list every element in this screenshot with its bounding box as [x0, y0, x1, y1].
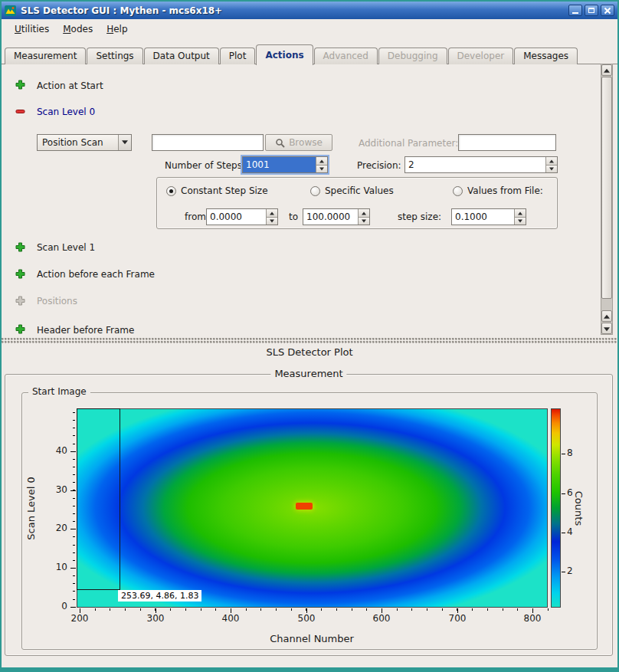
- to-value[interactable]: 100.0000: [303, 209, 358, 225]
- tab-data-output[interactable]: Data Output: [144, 48, 219, 64]
- browse-button-label: Browse: [289, 137, 323, 148]
- y-tick: [70, 568, 76, 569]
- action-before-each-frame-label[interactable]: Action before each Frame: [37, 269, 155, 280]
- to-down-button[interactable]: [359, 218, 369, 225]
- step-size-up-button[interactable]: [515, 209, 526, 218]
- step-size-spinbox[interactable]: 0.1000: [451, 208, 526, 225]
- action-at-start-label[interactable]: Action at Start: [37, 80, 103, 91]
- precision-up-button[interactable]: [546, 157, 557, 166]
- scan-mode-value: Position Scan: [38, 135, 118, 150]
- number-of-steps-value[interactable]: 1001: [243, 157, 316, 172]
- specific-values-label[interactable]: Specific Values: [325, 185, 394, 196]
- scrollbar-up-button[interactable]: [601, 64, 612, 76]
- expand-plus-icon[interactable]: [15, 242, 25, 254]
- scan-mode-combobox[interactable]: Position Scan: [37, 134, 132, 151]
- browse-button: Browse: [265, 134, 332, 151]
- x-axis-minor-ticks: [80, 608, 549, 611]
- window-icon: [5, 5, 16, 16]
- to-spinbox[interactable]: 100.0000: [303, 208, 370, 225]
- zoom-selection-rect[interactable]: [77, 408, 120, 590]
- expand-plus-icon[interactable]: [15, 269, 25, 281]
- scan-level-1-label[interactable]: Scan Level 1: [37, 242, 95, 253]
- values-from-file-radio[interactable]: Values from File:: [453, 185, 543, 196]
- browse-icon: [275, 138, 285, 148]
- y-axis-title: Scan Level 0: [25, 472, 37, 546]
- actions-panel: Action at Start Scan Level 0 Position Sc…: [2, 64, 600, 335]
- tab-measurement[interactable]: Measurement: [5, 48, 86, 64]
- to-up-button[interactable]: [359, 209, 369, 218]
- maximize-button[interactable]: [585, 5, 598, 16]
- tab-settings[interactable]: Settings: [87, 48, 142, 64]
- number-of-steps-buttons: [316, 157, 327, 172]
- titlebar[interactable]: SLS Detector GUI : Mythen - mcs6x18+: [2, 2, 617, 19]
- y-tick-label: 40: [49, 445, 67, 456]
- from-down-button[interactable]: [267, 218, 277, 225]
- splitter-handle[interactable]: [2, 338, 617, 344]
- colorbar-tick-label: 8: [567, 447, 573, 458]
- from-spinbox[interactable]: 0.0000: [206, 208, 278, 225]
- x-tick-label: 200: [66, 613, 93, 624]
- step-size-value[interactable]: 0.1000: [452, 209, 514, 225]
- y-tick-label: 20: [49, 523, 67, 533]
- scrollbar-thumb[interactable]: [601, 77, 612, 299]
- window-title: SLS Detector GUI : Mythen - mcs6x18+: [21, 5, 566, 16]
- colorbar-tick: [562, 493, 565, 494]
- menu-modes[interactable]: Modes: [56, 21, 100, 38]
- precision-down-button[interactable]: [546, 166, 557, 173]
- to-buttons: [358, 209, 369, 225]
- measurement-group-title: Measurement: [270, 368, 346, 379]
- values-from-file-radio-circle[interactable]: [453, 186, 463, 196]
- constant-step-size-label[interactable]: Constant Step Size: [181, 185, 268, 196]
- window-border-bottom: [0, 667, 619, 672]
- positions-label: Positions: [37, 296, 77, 306]
- scan-level-0-label[interactable]: Scan Level 0: [37, 107, 95, 117]
- tab-actions[interactable]: Actions: [256, 44, 313, 65]
- heatmap-hotspot: [296, 503, 313, 510]
- expand-plus-icon[interactable]: [15, 80, 25, 92]
- scrollbar-up-button-bottom[interactable]: [601, 310, 612, 322]
- precision-label: Precision:: [357, 160, 401, 171]
- from-label: from: [185, 211, 206, 222]
- maximize-icon: [588, 8, 594, 13]
- plot-dock-title: SLS Detector Plot: [2, 346, 617, 358]
- constant-step-size-radio-circle[interactable]: [166, 186, 176, 196]
- y-tick-label: 0: [49, 601, 67, 611]
- scan-script-field[interactable]: [152, 134, 264, 151]
- colorbar-tick: [562, 533, 565, 533]
- specific-values-radio-circle[interactable]: [310, 186, 320, 196]
- precision-spinbox[interactable]: 2: [404, 156, 558, 173]
- expand-plus-icon[interactable]: [15, 324, 25, 335]
- specific-values-radio[interactable]: Specific Values: [310, 185, 394, 196]
- constant-step-size-radio[interactable]: Constant Step Size: [166, 185, 268, 196]
- x-tick-label: 400: [217, 613, 244, 624]
- y-tick: [70, 451, 76, 452]
- tab-messages[interactable]: Messages: [514, 48, 578, 64]
- tab-plot[interactable]: Plot: [220, 48, 256, 64]
- vertical-scrollbar[interactable]: [601, 64, 613, 335]
- y-tick: [70, 607, 76, 608]
- number-of-steps-spinbox[interactable]: 1001: [242, 156, 328, 173]
- x-tick-label: 800: [519, 613, 546, 624]
- close-button[interactable]: [601, 5, 614, 16]
- from-value[interactable]: 0.0000: [207, 209, 266, 225]
- scrollbar-down-button[interactable]: [601, 323, 612, 334]
- header-before-frame-label[interactable]: Header before Frame: [37, 325, 134, 335]
- additional-parameter-label: Additional Parameter:: [359, 138, 458, 149]
- step-size-buttons: [514, 209, 526, 225]
- number-of-steps-up-button[interactable]: [316, 157, 327, 166]
- expand-plus-icon-disabled: [15, 296, 25, 308]
- minimize-icon: [572, 12, 578, 14]
- number-of-steps-down-button[interactable]: [316, 166, 327, 173]
- menu-utilities[interactable]: Utilities: [8, 21, 56, 38]
- minimize-button[interactable]: [568, 5, 582, 16]
- x-tick-label: 700: [444, 613, 471, 624]
- step-size-down-button[interactable]: [515, 218, 526, 225]
- precision-value[interactable]: 2: [405, 157, 545, 172]
- collapse-minus-icon[interactable]: [15, 107, 25, 119]
- x-tick-label: 300: [142, 613, 169, 624]
- scan-mode-dropdown-button[interactable]: [118, 135, 131, 150]
- from-up-button[interactable]: [267, 209, 277, 218]
- values-from-file-label[interactable]: Values from File:: [467, 185, 543, 196]
- menu-help[interactable]: Help: [100, 21, 134, 38]
- colorbar: [551, 408, 561, 608]
